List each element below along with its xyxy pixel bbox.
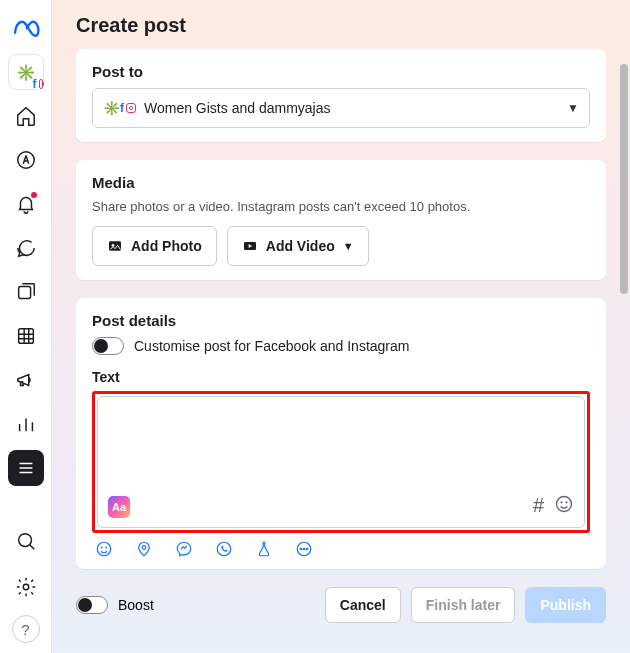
svg-point-9 [561, 502, 562, 503]
home-icon[interactable] [8, 98, 44, 134]
emoji-icon[interactable] [554, 494, 574, 519]
post-details-heading: Post details [92, 312, 590, 329]
media-subtitle: Share photos or a video. Instagram posts… [92, 199, 590, 214]
chevron-down-icon: ▼ [343, 240, 354, 252]
cancel-button[interactable]: Cancel [325, 587, 401, 623]
scrollbar[interactable] [620, 64, 628, 294]
svg-rect-1 [18, 287, 30, 299]
global-sidebar: ✳️ f ? [0, 0, 52, 653]
flask-icon[interactable] [254, 539, 274, 559]
svg-point-4 [23, 584, 29, 590]
messenger-icon[interactable] [174, 539, 194, 559]
svg-point-8 [557, 497, 572, 512]
text-style-icon[interactable]: Aa [108, 496, 130, 518]
add-video-button[interactable]: Add Video ▼ [227, 226, 369, 266]
svg-point-17 [300, 548, 302, 550]
bell-icon[interactable] [8, 186, 44, 222]
attachment-icons [94, 539, 588, 559]
svg-point-12 [101, 547, 102, 548]
chat-icon[interactable] [8, 230, 44, 266]
svg-point-18 [303, 548, 305, 550]
bars-icon[interactable] [8, 406, 44, 442]
text-label: Text [92, 369, 590, 385]
feeling-icon[interactable] [94, 539, 114, 559]
hashtag-icon[interactable]: # [533, 494, 544, 519]
post-details-card: Post details Customise post for Facebook… [76, 298, 606, 569]
svg-point-0 [17, 152, 34, 169]
boost-toggle[interactable] [76, 596, 108, 614]
boost-label: Boost [118, 597, 154, 613]
svg-point-19 [306, 548, 308, 550]
media-card: Media Share photos or a video. Instagram… [76, 160, 606, 280]
post-text-input[interactable]: Aa # [97, 396, 585, 528]
svg-point-3 [18, 534, 31, 547]
publish-button: Publish [525, 587, 606, 623]
customise-toggle[interactable] [92, 337, 124, 355]
svg-rect-2 [18, 329, 33, 344]
meta-logo[interactable] [12, 14, 40, 46]
svg-point-13 [106, 547, 107, 548]
gear-icon[interactable] [8, 569, 44, 605]
finish-later-button[interactable]: Finish later [411, 587, 516, 623]
search-icon[interactable] [8, 523, 44, 559]
text-highlight-box: Aa # [92, 391, 590, 533]
megaphone-icon[interactable] [8, 362, 44, 398]
accounts-dual-icon: ✳️ f [103, 100, 136, 116]
location-icon[interactable] [134, 539, 154, 559]
menu-icon[interactable] [8, 450, 44, 486]
media-heading: Media [92, 174, 590, 191]
chevron-down-icon: ▼ [567, 101, 579, 115]
svg-point-11 [97, 542, 111, 556]
whatsapp-icon[interactable] [214, 539, 234, 559]
page-avatar[interactable]: ✳️ f [8, 54, 44, 90]
post-to-card: Post to ✳️ f Women Gists and dammyajas ▼ [76, 49, 606, 142]
post-to-heading: Post to [92, 63, 590, 80]
add-photo-button[interactable]: Add Photo [92, 226, 217, 266]
svg-point-10 [566, 502, 567, 503]
help-button[interactable]: ? [12, 615, 40, 643]
scrollbar-thumb[interactable] [620, 64, 628, 294]
cards-icon[interactable] [8, 274, 44, 310]
add-video-label: Add Video [266, 238, 335, 254]
post-to-selected-label: Women Gists and dammyajas [144, 100, 559, 116]
more-icon[interactable] [294, 539, 314, 559]
customise-label: Customise post for Facebook and Instagra… [134, 338, 409, 354]
add-photo-label: Add Photo [131, 238, 202, 254]
post-to-select[interactable]: ✳️ f Women Gists and dammyajas ▼ [92, 88, 590, 128]
main-content: Create post Post to ✳️ f Women Gists and… [52, 0, 630, 653]
footer-bar: Boost Cancel Finish later Publish [52, 587, 630, 637]
circle-a-icon[interactable] [8, 142, 44, 178]
page-title: Create post [52, 0, 630, 49]
svg-point-15 [217, 542, 231, 556]
grid-icon[interactable] [8, 318, 44, 354]
svg-point-14 [142, 546, 146, 550]
